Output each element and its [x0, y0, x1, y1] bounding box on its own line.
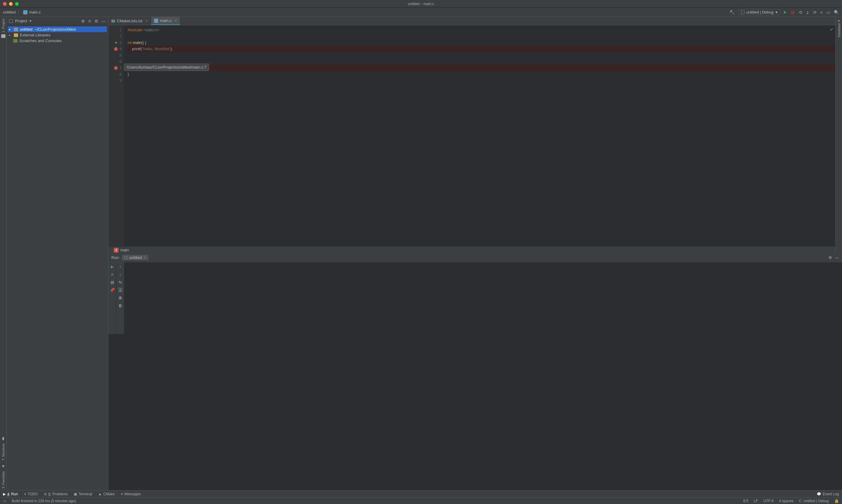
- tree-row-scratches[interactable]: Scratches and Consoles: [8, 38, 107, 43]
- print-icon[interactable]: 🖶: [118, 295, 123, 300]
- breadcrumb-project[interactable]: untitled: [3, 10, 16, 15]
- tab-main-c[interactable]: main.c ×: [151, 17, 180, 25]
- database-tool-button[interactable]: Database: [837, 23, 841, 37]
- left-tool-strip: 1: Project ▮ 7: Structure ★ 2: Favorites: [0, 17, 6, 490]
- down-icon[interactable]: ↓: [118, 272, 123, 277]
- minimize-panel-icon[interactable]: —: [835, 255, 839, 260]
- run-gutter-icon[interactable]: [115, 41, 118, 44]
- trash-icon[interactable]: 🗑: [118, 303, 123, 308]
- editor-gutter[interactable]: 123456789: [108, 25, 124, 246]
- chevron-right-icon[interactable]: ▸: [9, 33, 12, 37]
- scroll-icon[interactable]: ⤓: [118, 287, 123, 292]
- tree-row-external[interactable]: ▸ External Libraries: [8, 32, 107, 38]
- star-icon[interactable]: ★: [1, 464, 5, 468]
- tab-label: CMakeLists.txt: [117, 19, 142, 23]
- up-icon[interactable]: ↑: [118, 264, 123, 269]
- gutter-line[interactable]: 6: [108, 58, 124, 65]
- lock-icon[interactable]: 🔒: [834, 499, 839, 503]
- layout-icon[interactable]: ▭: [826, 10, 830, 15]
- tree-item-label: External Libraries: [20, 33, 50, 37]
- tab-terminal[interactable]: ▣Terminal: [74, 492, 92, 496]
- tab-cmakelists[interactable]: CMakeLists.txt ×: [108, 17, 151, 25]
- gutter-line[interactable]: 2: [108, 33, 124, 39]
- breakpoint-icon[interactable]: [114, 66, 118, 70]
- run-icon[interactable]: [784, 11, 787, 14]
- status-indent[interactable]: 4 spaces: [779, 499, 793, 503]
- cmake-icon: [111, 20, 115, 22]
- structure-tool-button[interactable]: 7: Structure: [1, 444, 5, 461]
- attach-icon[interactable]: ⟳: [813, 10, 817, 15]
- project-panel-title[interactable]: Project: [15, 19, 27, 23]
- debug-icon[interactable]: 🐞: [790, 10, 795, 15]
- stop-icon[interactable]: ■: [820, 10, 823, 15]
- database-icon[interactable]: ≡: [838, 19, 840, 23]
- code-line[interactable]: int main() {: [128, 39, 836, 46]
- chevron-down-icon[interactable]: ▾: [30, 19, 32, 23]
- tab-run[interactable]: ▶4: Run: [3, 492, 18, 496]
- status-position[interactable]: 6:5: [743, 499, 749, 503]
- favorites-tool-button[interactable]: 2: Favorites: [1, 471, 5, 488]
- breakpoint-icon[interactable]: [114, 47, 118, 51]
- tab-event-log[interactable]: 💬Event Log: [817, 492, 839, 496]
- collapse-icon[interactable]: ≑: [88, 19, 91, 23]
- tree-item-path: ~/CLionProjects/untitled: [34, 27, 76, 32]
- code-line[interactable]: [128, 58, 836, 65]
- build-icon[interactable]: 🔨: [730, 10, 735, 15]
- tab-cmake[interactable]: ▲CMake: [98, 492, 115, 496]
- tab-label: main.c: [160, 18, 172, 23]
- gutter-line[interactable]: 5: [108, 52, 124, 58]
- code-line[interactable]: return 0;: [128, 65, 836, 71]
- minimize-panel-icon[interactable]: —: [101, 19, 106, 23]
- maximize-icon[interactable]: [15, 2, 19, 6]
- code-line[interactable]: [128, 52, 836, 58]
- tab-todo[interactable]: ≡TODO: [24, 492, 38, 496]
- minimize-icon[interactable]: [9, 2, 13, 6]
- close-icon[interactable]: ×: [145, 19, 148, 23]
- gutter-line[interactable]: 3: [108, 39, 124, 46]
- project-tool-button[interactable]: 1: Project: [1, 19, 5, 33]
- status-context[interactable]: C: untitled | Debug: [799, 499, 829, 503]
- chevron-right-icon[interactable]: ▸: [9, 28, 12, 31]
- profiler-icon[interactable]: ⤓: [806, 10, 809, 15]
- code-line[interactable]: }: [128, 71, 836, 77]
- code-line[interactable]: #include <stdio.h>: [128, 27, 836, 33]
- close-icon[interactable]: ×: [143, 255, 146, 260]
- gutter-line[interactable]: 9: [108, 77, 124, 84]
- tab-messages[interactable]: ≡Messages: [121, 492, 141, 496]
- gear-icon[interactable]: ⚙: [94, 19, 99, 23]
- code-line[interactable]: printf("Hello, World!\n");: [128, 46, 836, 52]
- tab-problems[interactable]: ⊘6: Problems: [44, 492, 68, 496]
- run-console[interactable]: [124, 262, 842, 334]
- gutter-line[interactable]: 4: [108, 46, 124, 52]
- breadcrumb-file[interactable]: main.c: [29, 10, 41, 15]
- wrap-icon[interactable]: ⇆: [118, 280, 123, 285]
- search-icon[interactable]: 🔍: [834, 10, 839, 15]
- bookmark-icon[interactable]: ▮: [2, 436, 4, 440]
- pin-icon[interactable]: 📌: [110, 287, 115, 292]
- gutter-line[interactable]: 8: [108, 71, 124, 77]
- c-file-icon: [23, 10, 28, 15]
- code-line[interactable]: [128, 77, 836, 84]
- check-icon: ✔: [830, 27, 834, 32]
- code-line[interactable]: [128, 33, 836, 39]
- close-icon[interactable]: ×: [175, 18, 177, 23]
- folder-icon[interactable]: [1, 34, 5, 38]
- run-config-select[interactable]: untitled | Debug ▾: [738, 9, 780, 15]
- rerun-icon[interactable]: ▶: [110, 264, 115, 269]
- breadcrumb-function[interactable]: main: [120, 248, 129, 252]
- status-encoding[interactable]: UTF-8: [764, 499, 774, 503]
- gutter-line[interactable]: 7: [108, 65, 124, 71]
- gear-icon[interactable]: ⚙: [828, 255, 832, 260]
- run-tab[interactable]: untitled ×: [122, 255, 148, 260]
- stop-icon[interactable]: ■: [110, 272, 115, 277]
- gutter-line[interactable]: 1: [108, 27, 124, 33]
- status-eol[interactable]: LF: [754, 499, 758, 503]
- editor-tabs: CMakeLists.txt × main.c ×: [108, 17, 836, 25]
- target-icon[interactable]: ⊕: [81, 19, 85, 23]
- coverage-icon[interactable]: ⟲: [799, 10, 802, 15]
- tool-window-icon[interactable]: ▭: [3, 499, 6, 503]
- tree-row-project[interactable]: ▸ untitled ~/CLionProjects/untitled: [8, 26, 107, 32]
- code-editor[interactable]: #include <stdio.h>int main() { printf("H…: [124, 25, 836, 246]
- close-icon[interactable]: [3, 2, 6, 6]
- layout-icon[interactable]: ▤: [110, 280, 115, 285]
